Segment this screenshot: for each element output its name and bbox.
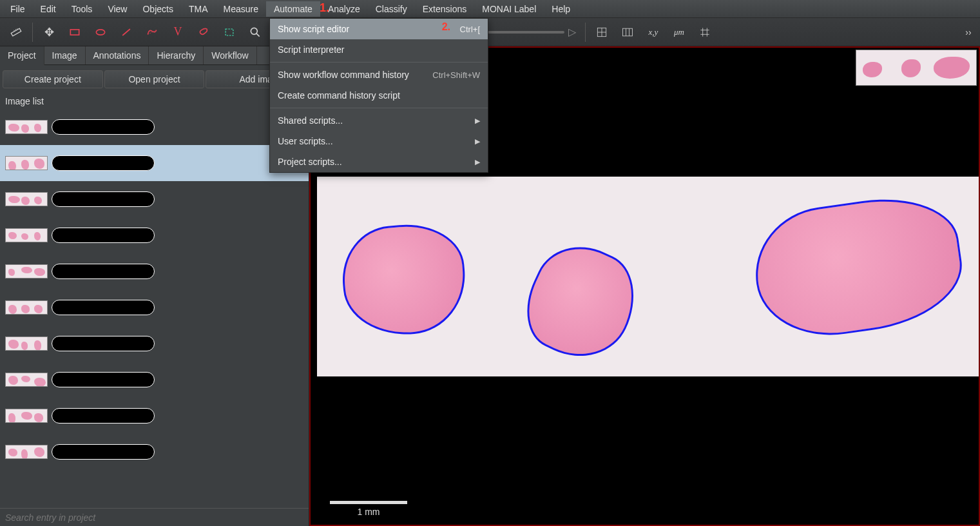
menu-edit[interactable]: Edit xyxy=(33,1,64,17)
list-item-name-redacted xyxy=(52,336,155,351)
list-item-thumbnail xyxy=(5,228,48,242)
menu-tools[interactable]: Tools xyxy=(64,1,101,17)
list-item[interactable] xyxy=(0,326,309,362)
list-item-name-redacted xyxy=(52,119,155,135)
menu-item-show-workflow-command-history[interactable]: Show workflow command historyCtrl+Shift+… xyxy=(270,64,488,85)
scalebar-label: 1 mm xyxy=(358,507,380,517)
xy-icon[interactable]: x,y xyxy=(641,22,666,43)
overview-thumbnail[interactable] xyxy=(856,50,977,86)
list-item-name-redacted xyxy=(52,408,155,424)
menu-analyze[interactable]: Analyze xyxy=(320,1,368,17)
menu-item-project-scripts[interactable]: Project scripts...▶ xyxy=(270,151,488,172)
menu-item-label: Project scripts... xyxy=(278,157,342,167)
list-item[interactable] xyxy=(0,109,309,145)
list-item-name-redacted xyxy=(52,372,155,387)
tissue-annotation[interactable] xyxy=(747,189,970,346)
menu-tma[interactable]: TMA xyxy=(181,1,216,17)
list-item[interactable] xyxy=(0,434,309,470)
open-project-button[interactable]: Open project xyxy=(104,70,205,88)
vertex-tool-icon[interactable]: V xyxy=(166,22,190,43)
list-item[interactable] xyxy=(0,253,309,289)
menu-item-shared-scripts[interactable]: Shared scripts...▶ xyxy=(270,110,488,131)
tissue-annotation[interactable] xyxy=(512,231,651,374)
submenu-arrow-icon: ▶ xyxy=(475,117,480,125)
menu-objects[interactable]: Objects xyxy=(135,1,180,17)
menubar: FileEditToolsViewObjectsTMAMeasureAutoma… xyxy=(0,0,980,18)
scalebar: 1 mm xyxy=(330,501,407,517)
tab-workflow[interactable]: Workflow xyxy=(204,46,256,64)
menu-item-label: Show script editor xyxy=(278,24,349,34)
slider-right-icon: ▷ xyxy=(568,26,576,38)
project-buttons: Create projectOpen projectAdd ima xyxy=(0,65,309,93)
list-item-thumbnail xyxy=(5,192,48,206)
menu-automate[interactable]: Automate xyxy=(266,1,320,17)
zoom-icon[interactable] xyxy=(243,22,267,43)
polygon-tool-icon[interactable] xyxy=(140,22,164,43)
list-item[interactable] xyxy=(0,398,309,434)
svg-line-6 xyxy=(122,29,130,35)
list-item-thumbnail xyxy=(5,120,48,134)
menu-item-user-scripts[interactable]: User scripts...▶ xyxy=(270,131,488,151)
list-item-thumbnail xyxy=(5,156,48,170)
slide-background xyxy=(317,177,979,376)
list-item[interactable] xyxy=(0,181,309,217)
list-item-thumbnail xyxy=(5,409,48,423)
tab-annotations[interactable]: Annotations xyxy=(86,46,149,64)
menu-help[interactable]: Help xyxy=(544,1,578,17)
menu-item-script-interpreter[interactable]: Script interpreter xyxy=(270,39,488,60)
svg-rect-4 xyxy=(70,29,79,34)
menu-measure[interactable]: Measure xyxy=(216,1,266,17)
menu-item-label: Create command history script xyxy=(278,90,400,101)
brush-tool-icon[interactable] xyxy=(191,22,216,43)
tissue-annotation[interactable] xyxy=(338,220,470,340)
image-list-header: Image list xyxy=(0,93,309,109)
list-item[interactable] xyxy=(0,362,309,398)
list-item-name-redacted xyxy=(52,191,155,207)
ellipse-tool-icon[interactable] xyxy=(88,22,113,43)
list-item-thumbnail xyxy=(5,336,48,351)
toolbar-separator xyxy=(585,23,586,42)
grid-display-icon[interactable] xyxy=(590,22,614,43)
search-bar xyxy=(0,508,309,526)
menu-item-create-command-history-script[interactable]: Create command history script xyxy=(270,85,488,106)
menu-classify[interactable]: Classify xyxy=(368,1,415,17)
menu-view[interactable]: View xyxy=(100,1,135,17)
submenu-arrow-icon: ▶ xyxy=(475,158,480,166)
menu-separator xyxy=(270,108,488,108)
counting-grid-icon[interactable] xyxy=(693,22,717,43)
image-list[interactable] xyxy=(0,109,309,508)
list-item-name-redacted xyxy=(52,300,155,315)
svg-line-2 xyxy=(15,29,16,30)
list-item[interactable] xyxy=(0,145,309,181)
list-item[interactable] xyxy=(0,217,309,253)
menu-item-show-script-editor[interactable]: Show script editor2.Ctrl+[ xyxy=(270,19,488,39)
menu-extensions[interactable]: Extensions xyxy=(415,1,474,17)
menu-item-label: Shared scripts... xyxy=(278,115,343,126)
line-tool-icon[interactable] xyxy=(114,22,139,43)
list-item[interactable] xyxy=(0,289,309,326)
submenu-arrow-icon: ▶ xyxy=(475,137,480,146)
search-input[interactable] xyxy=(5,512,303,523)
rectangle-tool-icon[interactable] xyxy=(62,22,87,43)
tab-project[interactable]: Project xyxy=(0,46,44,65)
menu-monai-label[interactable]: MONAI Label xyxy=(474,1,544,17)
scalebar-display-icon[interactable]: μm xyxy=(667,22,691,43)
list-item-thumbnail xyxy=(5,264,48,278)
main-area: ProjectImageAnnotationsHierarchyWorkflow… xyxy=(0,46,980,526)
roi-tool-icon[interactable] xyxy=(217,22,242,43)
svg-rect-7 xyxy=(226,29,233,35)
toolbar-separator xyxy=(32,23,33,42)
create-project-button[interactable]: Create project xyxy=(3,70,103,88)
move-tool-icon[interactable]: ✥ xyxy=(37,22,61,43)
svg-point-5 xyxy=(96,29,104,34)
tab-hierarchy[interactable]: Hierarchy xyxy=(149,46,204,64)
menu-separator xyxy=(270,62,488,63)
ruler-icon[interactable] xyxy=(4,22,28,43)
toolbar-overflow-icon[interactable]: ›› xyxy=(961,18,976,46)
channel-display-icon[interactable] xyxy=(615,22,640,43)
tab-image[interactable]: Image xyxy=(44,46,86,64)
svg-line-1 xyxy=(14,30,15,31)
list-item-thumbnail xyxy=(5,445,48,459)
menu-shortcut: Ctrl+[ xyxy=(460,24,480,34)
menu-file[interactable]: File xyxy=(3,1,33,17)
